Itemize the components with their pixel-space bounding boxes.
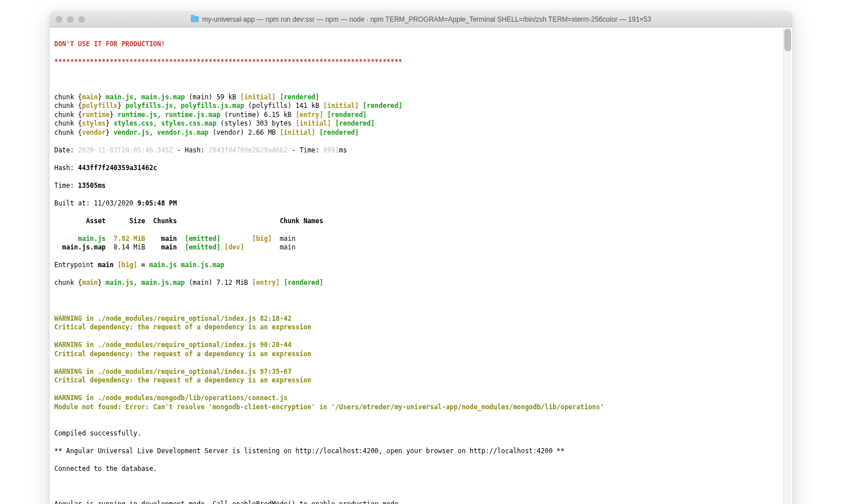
asset-row: main.js 7.82 MiB main [emitted] [big] ma… [54, 235, 788, 244]
production-warning: DON'T USE IT FOR PRODUCTION! [54, 40, 165, 48]
chunk-line: chunk {main} main.js, main.js.map (main)… [54, 93, 788, 102]
date-line: Date: 2020-11-03T20:05:46.345Z - Hash: 2… [54, 146, 788, 155]
chunk-line: chunk {polyfills} polyfills.js, polyfill… [54, 102, 788, 111]
chunk-line: chunk {vendor} vendor.js, vendor.js.map … [54, 128, 788, 138]
chunk-line: chunk {main} main.js, main.js.map (main)… [54, 279, 788, 288]
separator-stars: ****************************************… [54, 58, 402, 66]
server-listening: ** Angular Universal Live Development Se… [54, 447, 788, 456]
hash-line: Hash: 443ff7f240359a31462c [54, 164, 788, 173]
zoom-icon[interactable] [78, 16, 85, 23]
terminal-window: my-universal-app — npm run dev:ssr — npm… [50, 11, 792, 504]
titlebar[interactable]: my-universal-app — npm run dev:ssr — npm… [50, 11, 792, 27]
terminal-output[interactable]: DON'T USE IT FOR PRODUCTION! ***********… [50, 27, 792, 504]
chunk-line: chunk {styles} styles.css, styles.css.ma… [54, 119, 788, 128]
warning-detail: Critical dependency: the request of a de… [54, 350, 788, 359]
warning-line: WARNING in ./node_modules/require_option… [54, 368, 788, 377]
folder-icon [191, 16, 199, 22]
entrypoint: Entrypoint main [big] = main.js main.js.… [54, 261, 788, 270]
asset-header: Asset Size Chunks Chunk Names [54, 217, 788, 226]
close-icon[interactable] [55, 16, 62, 23]
traffic-lights [55, 16, 85, 23]
chunk-line: chunk {runtime} runtime.js, runtime.js.m… [54, 111, 788, 120]
warning-line: WARNING in ./node_modules/require_option… [54, 315, 788, 324]
compiled-ok: Compiled successfully. [54, 429, 788, 438]
built-at: Built at: 11/03/2020 9:05:48 PM [54, 199, 788, 208]
warning-detail: Critical dependency: the request of a de… [54, 323, 788, 332]
warning-detail: Module not found: Error: Can't resolve '… [54, 403, 788, 412]
window-title: my-universal-app — npm run dev:ssr — npm… [50, 15, 792, 23]
scrollbar[interactable] [783, 29, 791, 504]
asset-row: main.js.map 8.14 MiB main [emitted] [dev… [54, 243, 788, 252]
warning-line: WARNING in ./node_modules/mongodb/lib/op… [54, 394, 788, 403]
dev-mode: Angular is running in development mode. … [54, 500, 788, 504]
minimize-icon[interactable] [67, 16, 74, 23]
scrollbar-thumb[interactable] [784, 29, 791, 51]
time-line: Time: 13505ms [54, 182, 788, 191]
db-connected: Connected to the database. [54, 465, 788, 474]
warning-line: WARNING in ./node_modules/require_option… [54, 341, 788, 350]
warning-detail: Critical dependency: the request of a de… [54, 376, 788, 385]
window-title-text: my-universal-app — npm run dev:ssr — npm… [202, 15, 651, 23]
